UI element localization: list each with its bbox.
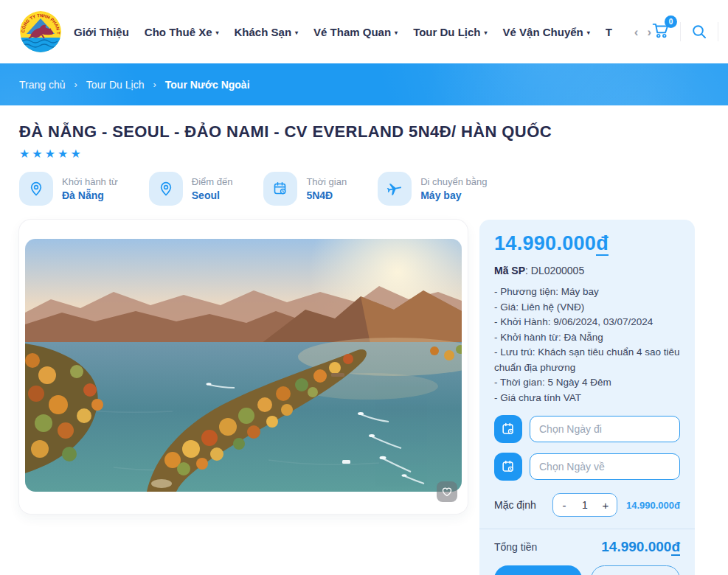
heart-icon [441, 486, 453, 498]
product-sku: Mã SP: DL0200005 [494, 265, 680, 276]
divider [680, 22, 681, 41]
depart-date-row [494, 415, 680, 443]
chevron-down-icon: ▾ [395, 29, 398, 36]
search-icon [690, 23, 708, 41]
nav-item-tour-du-lich[interactable]: Tour Du Lịch▾ [413, 26, 487, 38]
meta-label: Khởi hành từ [62, 176, 118, 187]
nav-item-truncated[interactable]: T [606, 26, 613, 38]
airplane-icon [378, 172, 412, 206]
nav-item-khach-san[interactable]: Khách Sạn▾ [235, 26, 299, 38]
search-button[interactable] [690, 23, 708, 41]
cart-count-badge: 0 [665, 15, 677, 28]
meta-duration: Thời gian 5N4Đ [263, 172, 347, 206]
variant-label: Mặc định [494, 499, 536, 511]
chevron-down-icon: ▾ [587, 29, 590, 36]
nav-item-gioi-thieu[interactable]: Giới Thiệu [74, 26, 129, 38]
return-date-row [494, 453, 680, 481]
main-photo-nami-island[interactable] [25, 239, 462, 492]
chevron-down-icon: ▾ [295, 29, 298, 36]
nav-item-ve-tham-quan[interactable]: Vé Tham Quan▾ [313, 26, 398, 38]
cart-button[interactable]: 0 [651, 21, 670, 43]
breadcrumb: Trang chủ › Tour Du Lịch › Tour Nước Ngo… [0, 63, 728, 105]
header-actions: 0 [651, 21, 728, 43]
breadcrumb-home[interactable]: Trang chủ [19, 79, 66, 91]
meta-label: Thời gian [306, 176, 347, 187]
qty-plus-button[interactable]: + [594, 499, 617, 512]
quantity-stepper: - + [552, 493, 617, 517]
meta-value: Seoul [192, 189, 233, 201]
detail-line: - Giá: Liên hệ (VNĐ) [494, 300, 680, 316]
meta-label: Điểm đến [192, 176, 233, 187]
rating-stars: ★★★★★ [19, 147, 709, 161]
meta-label: Di chuyển bằng [420, 176, 487, 187]
meta-departure: Khởi hành từ Đà Nẵng [19, 172, 118, 206]
location-pin-icon [149, 172, 183, 206]
page-title: ĐÀ NẴNG - SEOUL - ĐẢO NAMI - CV EVERLAND… [19, 122, 709, 142]
breadcrumb-separator: › [153, 79, 156, 90]
divider [479, 529, 695, 529]
favorite-button[interactable] [437, 481, 457, 502]
total-label: Tổng tiền [494, 541, 537, 553]
tour-details-list: - Phương tiện: Máy bay - Giá: Liên hệ (V… [494, 285, 680, 405]
breadcrumb-current: Tour Nước Ngoài [165, 79, 250, 91]
meta-value: 5N4Đ [306, 189, 347, 201]
detail-line: - Giá chưa tính VAT [494, 391, 680, 406]
content-columns: 14.990.000đ Mã SP: DL0200005 - Phương ti… [19, 220, 709, 575]
chevron-down-icon: ▾ [216, 29, 219, 36]
chevron-down-icon: ▾ [485, 29, 488, 36]
detail-line: - Thời gian: 5 Ngày 4 Đêm [494, 375, 680, 391]
nav-scroller: ‹ › [634, 26, 651, 38]
gallery-card [19, 220, 468, 514]
meta-transport: Di chuyển bằng Máy bay [378, 172, 487, 206]
calendar-icon[interactable] [494, 415, 522, 443]
main-nav: Giới Thiệu Cho Thuê Xe▾ Khách Sạn▾ Vé Th… [74, 26, 651, 38]
booking-panel: 14.990.000đ Mã SP: DL0200005 - Phương ti… [479, 220, 695, 575]
breadcrumb-separator: › [74, 79, 77, 90]
meta-value: Đà Nẵng [62, 189, 118, 201]
contact-button[interactable]: Liên hệ tư vấn [591, 565, 680, 575]
chevron-left-icon[interactable]: ‹ [634, 26, 639, 38]
meta-destination: Điểm đến Seoul [149, 172, 233, 206]
book-now-button[interactable]: Đặt ngay [494, 565, 582, 575]
detail-line: - Lưu trú: Khách sạn tiêu chuẩn 4 sao ti… [494, 345, 680, 375]
return-date-input[interactable] [530, 453, 680, 480]
calendar-icon [263, 172, 297, 206]
company-logo[interactable]: CÔNG TY TNHH PHAN TÂY [19, 10, 62, 53]
nav-item-ve-van-chuyen[interactable]: Vé Vận Chuyển▾ [503, 26, 590, 38]
divider [718, 22, 718, 41]
product-page: ĐÀ NẴNG - SEOUL - ĐẢO NAMI - CV EVERLAND… [0, 122, 728, 575]
qty-minus-button[interactable]: - [553, 499, 575, 512]
tour-price: 14.990.000đ [494, 232, 680, 255]
quantity-row: Mặc định - + 14.990.000đ [494, 493, 680, 517]
detail-line: - Phương tiện: Máy bay [494, 285, 680, 300]
location-pin-icon [19, 172, 53, 206]
tour-meta-row: Khởi hành từ Đà Nẵng Điểm đến Seoul Thời… [19, 172, 709, 206]
unit-price: 14.990.000đ [626, 500, 680, 511]
breadcrumb-tour-du-lich[interactable]: Tour Du Lịch [86, 79, 145, 91]
header: CÔNG TY TNHH PHAN TÂY Giới Thiệu Cho Thu… [0, 0, 728, 63]
nav-item-cho-thue-xe[interactable]: Cho Thuê Xe▾ [145, 26, 219, 38]
detail-line: - Khởi hành từ: Đà Nẵng [494, 330, 680, 346]
total-amount: 14.990.000đ [601, 539, 680, 555]
meta-value: Máy bay [420, 189, 487, 201]
calendar-icon[interactable] [494, 453, 522, 481]
qty-input[interactable] [575, 499, 594, 511]
total-row: Tổng tiền 14.990.000đ [494, 539, 680, 555]
action-buttons: Đặt ngay Liên hệ tư vấn [494, 565, 680, 575]
depart-date-input[interactable] [530, 416, 680, 442]
detail-line: - Khởi Hành: 9/06/2024, 03/07/2024 [494, 315, 680, 330]
